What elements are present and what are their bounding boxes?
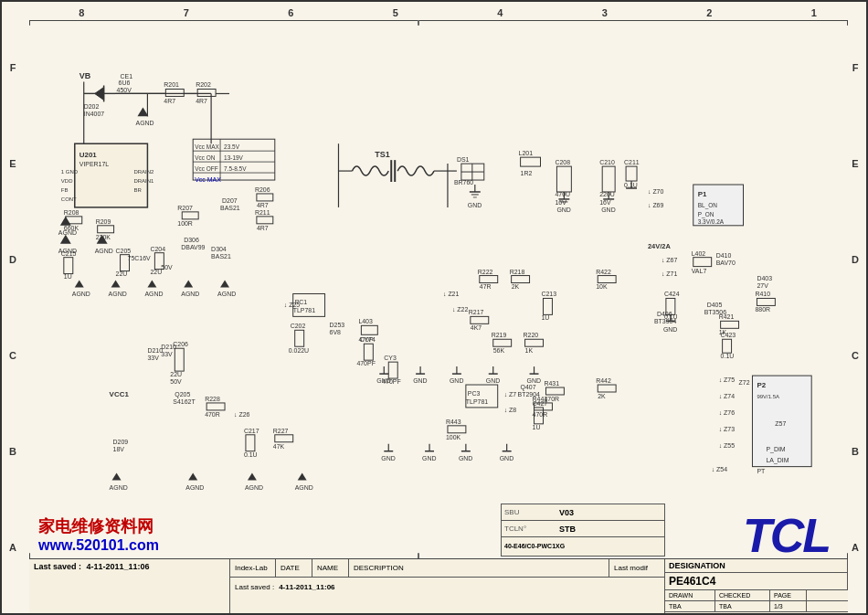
row-label-a-left: A [4,499,22,595]
svg-text:R219: R219 [492,332,507,338]
last-saved-value: 4-11-2011_11:06 [87,562,150,571]
svg-text:100R: 100R [177,220,193,227]
svg-text:Vcc OFF: Vcc OFF [195,165,218,172]
svg-text:L402: L402 [692,250,706,257]
svg-text:↓ Z75: ↓ Z75 [719,376,736,383]
row-label-b-right: B [846,403,864,499]
svg-text:DBAV99: DBAV99 [181,244,205,250]
svg-text:TLP781: TLP781 [466,398,488,405]
svg-text:470R: 470R [544,396,559,402]
svg-text:P2: P2 [757,381,766,389]
svg-text:C210: C210 [599,159,615,165]
svg-text:R217: R217 [469,309,484,315]
last-modif-cell: Last modif [609,559,664,577]
svg-text:AGND: AGND [135,120,153,126]
svg-text:BAS21: BAS21 [220,205,240,211]
svg-text:AGND: AGND [72,291,90,297]
svg-text:LA_DIM: LA_DIM [766,457,789,464]
row-label-a-right: A [846,499,864,595]
svg-text:D410: D410 [716,252,732,259]
row-label-e-right: E [846,116,864,212]
svg-text:CY3: CY3 [384,355,397,361]
svg-text:IN4007: IN4007 [84,111,105,117]
svg-text:3.3V/0.2A: 3.3V/0.2A [698,218,725,225]
designation-label-cell: DESIGNATION [665,559,848,572]
svg-text:BR: BR [133,187,142,193]
row-label-c-left: C [4,307,22,403]
description-cell: DESCRIPTION [349,559,609,577]
col-labels-top: 8 7 6 5 4 3 2 1 [29,4,866,22]
name-cell: NAME [312,559,349,577]
svg-text:GND: GND [663,326,677,333]
row-label-c-right: C [846,307,864,403]
row-label-e-left: E [4,116,22,212]
svg-text:R206: R206 [255,186,270,193]
checked-by-cell: TBA [715,601,770,611]
drawn-by-cell: TBA [665,601,715,611]
svg-text:470R: 470R [533,411,548,418]
svg-text:470U: 470U [555,191,570,197]
file-row: 40-E46/C0-PWC1XG [502,537,664,554]
last-modif-label: Last modif [614,564,648,572]
svg-text:TLP781: TLP781 [293,307,315,313]
svg-text:FB: FB [61,187,69,193]
svg-text:10K: 10K [596,284,608,291]
svg-text:GND: GND [381,455,395,461]
svg-text:23.5V: 23.5V [224,143,240,150]
svg-text:1U: 1U [64,273,72,280]
svg-text:↓ Z74: ↓ Z74 [719,393,736,399]
svg-text:D209: D209 [113,439,129,445]
sbu-key: SBU [504,508,559,516]
last-saved-row: Last saved : 4-11-2011_11:06 [34,562,225,571]
svg-text:C213: C213 [541,291,556,297]
svg-text:4R7: 4R7 [196,98,207,104]
svg-text:GND: GND [500,455,513,461]
svg-text:24V/2A: 24V/2A [648,242,671,250]
drawn-by: TBA [669,603,682,610]
designation-value-cell: PE461C4 [665,573,848,589]
website-info: 家电维修资料网 www.520101.com [38,515,159,554]
last-saved-val2: 4-11-2011_11:06 [279,583,334,591]
svg-text:R202: R202 [196,81,211,88]
svg-text:GND: GND [450,377,463,384]
svg-text:VIPER17L: VIPER17L [79,161,110,167]
svg-text:2K: 2K [512,284,520,291]
svg-text:22U: 22U [170,371,182,377]
bottom-right-info: DESIGNATION PE461C4 DRAWN CHECKED PAGE [665,559,848,613]
svg-text:4R7: 4R7 [257,202,269,208]
svg-text:33V: 33V [161,351,173,357]
svg-text:R228: R228 [205,396,220,402]
svg-text:2K: 2K [598,393,606,399]
svg-text:GND: GND [422,455,436,461]
svg-text:↓ Z70: ↓ Z70 [648,188,664,195]
svg-text:↓ Z8: ↓ Z8 [504,407,517,413]
svg-text:99V/1.5A: 99V/1.5A [757,394,779,399]
bottom-bar: Last saved : 4-11-2011_11:06 Index-Lab D… [29,558,848,613]
svg-text:BL_ON: BL_ON [698,202,718,209]
svg-text:P1: P1 [698,190,707,198]
svg-text:R209: R209 [96,218,111,225]
svg-text:L201: L201 [519,150,534,156]
svg-text:U201: U201 [79,151,98,159]
svg-text:D403: D403 [757,275,772,281]
svg-text:D253: D253 [330,322,345,328]
svg-text:0.022U: 0.022U [289,347,309,354]
svg-text:AGND: AGND [110,484,128,491]
row-label-f-left: F [4,20,22,116]
svg-text:GND: GND [556,207,570,213]
svg-text:C202: C202 [291,323,306,329]
svg-text:Z57: Z57 [775,420,786,427]
svg-text:P_DIM: P_DIM [766,446,785,453]
svg-text:Q407: Q407 [521,384,536,391]
col-label-1-top: 1 [762,4,867,22]
bottom-left-info: Last saved : 4-11-2011_11:06 [29,559,230,613]
svg-text:D202: D202 [84,103,100,110]
svg-text:AGND: AGND [144,291,163,297]
svg-text:↓ Z55: ↓ Z55 [719,442,736,449]
svg-text:C205: C205 [116,248,132,254]
svg-text:Q205: Q205 [175,391,190,398]
svg-text:D207: D207 [222,197,238,204]
col-label-8-top: 8 [29,4,134,22]
svg-text:BR760: BR760 [454,179,473,186]
sbu-val: V03 [559,508,574,517]
